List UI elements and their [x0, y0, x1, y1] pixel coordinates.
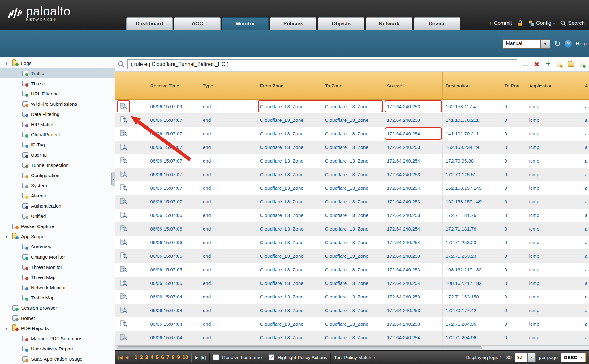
- type-cell[interactable]: end: [200, 209, 257, 222]
- tab-network[interactable]: Network: [366, 17, 412, 30]
- to-port-cell[interactable]: 0: [501, 263, 526, 277]
- type-cell[interactable]: end: [200, 304, 257, 317]
- type-cell[interactable]: end: [200, 127, 257, 141]
- log-detail-cell[interactable]: [115, 168, 132, 181]
- destination-cell[interactable]: 141.101.70.211: [442, 113, 501, 127]
- from-zone-cell[interactable]: Cloudflare_L3_Zone: [257, 277, 322, 290]
- log-detail-icon[interactable]: [120, 103, 127, 109]
- source-cell[interactable]: 172.64.240.253: [384, 195, 442, 209]
- type-cell[interactable]: end: [200, 141, 257, 154]
- application-cell[interactable]: icmp: [526, 154, 582, 168]
- sidebar-item-threat[interactable]: Threat: [0, 78, 115, 89]
- source-cell[interactable]: 172.64.240.253: [384, 168, 442, 181]
- destination-cell[interactable]: 172.70.177.42: [442, 304, 501, 317]
- log-detail-cell[interactable]: [115, 277, 132, 290]
- from-zone-cell[interactable]: Cloudflare_L3_Zone: [257, 181, 322, 195]
- expand-triangle-icon[interactable]: ▼: [5, 235, 12, 239]
- to-zone-cell[interactable]: Cloudflare_L3_Zone: [322, 209, 384, 222]
- from-zone-cell[interactable]: Cloudflare_L3_Zone: [257, 290, 322, 304]
- sidebar-item-hip-match[interactable]: HIP Match: [0, 119, 115, 129]
- destination-cell[interactable]: 141.101.70.211: [442, 127, 501, 141]
- highlight-policy-actions-checkbox[interactable]: ✓: [269, 354, 274, 360]
- receive-time-cell[interactable]: 06/06 15:07:04: [147, 331, 200, 345]
- destination-cell[interactable]: 172.71.181.76: [442, 222, 501, 236]
- to-zone-cell[interactable]: Cloudflare_L3_Zone: [322, 154, 384, 168]
- table-row[interactable]: 06/06 15:07:04 end Cloudflare_L3_Zone Cl…: [115, 331, 589, 345]
- sidebar-item-threat-monitor[interactable]: Threat Monitor: [0, 262, 115, 272]
- source-cell[interactable]: 172.64.240.253: [384, 290, 442, 304]
- log-detail-icon[interactable]: [120, 320, 127, 327]
- refresh-icon[interactable]: ↻: [554, 39, 561, 49]
- from-zone-cell[interactable]: Cloudflare_L3_Zone: [257, 304, 322, 317]
- sidebar-item-threat-map[interactable]: Threat Map: [0, 272, 115, 282]
- source-cell[interactable]: 172.64.240.253: [384, 263, 442, 277]
- action-cell[interactable]: a: [582, 222, 589, 236]
- receive-time-cell[interactable]: 06/06 15:07:07: [147, 195, 200, 209]
- to-zone-cell[interactable]: Cloudflare_L3_Zone: [322, 141, 384, 154]
- to-zone-cell[interactable]: Cloudflare_L3_Zone: [322, 195, 384, 209]
- receive-time-cell[interactable]: 06/06 15:07:05: [147, 277, 200, 290]
- log-detail-cell[interactable]: [115, 154, 132, 168]
- column-header-source[interactable]: Source: [384, 72, 442, 100]
- application-cell[interactable]: icmp: [526, 141, 582, 154]
- receive-time-cell[interactable]: 06/06 15:07:09: [147, 100, 200, 113]
- from-zone-cell[interactable]: Cloudflare_L3_Zone: [257, 317, 322, 331]
- table-row[interactable]: 06/06 15:07:07 end Cloudflare_L3_Zone Cl…: [115, 195, 589, 209]
- sidebar-item-network-monitor[interactable]: Network Monitor: [0, 282, 115, 293]
- destination-cell[interactable]: 172.70.125.51: [442, 168, 501, 181]
- application-cell[interactable]: icmp: [526, 181, 582, 195]
- destination-cell[interactable]: 108.162.217.182: [442, 277, 501, 290]
- source-cell[interactable]: 172.64.240.254: [384, 277, 442, 290]
- column-header-application[interactable]: Application: [526, 72, 582, 100]
- type-cell[interactable]: end: [200, 100, 257, 113]
- application-cell[interactable]: icmp: [526, 277, 582, 290]
- source-cell[interactable]: 172.64.240.254: [384, 331, 442, 345]
- sidebar-item-wildfire-submissions[interactable]: WildFire Submissions: [0, 99, 115, 109]
- log-detail-icon[interactable]: [120, 225, 127, 231]
- receive-time-cell[interactable]: 06/06 15:07:05: [147, 263, 200, 277]
- to-port-cell[interactable]: 0: [501, 249, 526, 263]
- to-zone-cell[interactable]: Cloudflare_L3_Zone: [322, 236, 384, 249]
- sidebar-item-botnet[interactable]: Botnet: [0, 313, 115, 323]
- to-port-cell[interactable]: 0: [501, 331, 526, 345]
- type-cell[interactable]: end: [200, 263, 257, 277]
- save-filter-button[interactable]: [556, 60, 564, 68]
- type-cell[interactable]: end: [200, 331, 257, 345]
- sidebar-item-ip-tag[interactable]: IP-Tag: [0, 140, 115, 150]
- receive-time-cell[interactable]: 06/06 15:07:07: [147, 141, 200, 154]
- source-cell[interactable]: 172.64.240.253: [384, 100, 442, 113]
- source-cell[interactable]: 172.64.240.254: [384, 222, 442, 236]
- destination-cell[interactable]: 162.158.157.149: [442, 181, 501, 195]
- column-header-a[interactable]: A: [582, 72, 589, 100]
- commit-button[interactable]: ↑ Commit: [489, 20, 512, 27]
- action-cell[interactable]: a: [582, 168, 589, 181]
- from-zone-cell[interactable]: Cloudflare_L3_Zone: [257, 249, 322, 263]
- sidebar-item-app-scope[interactable]: ▼App Scope: [0, 231, 115, 242]
- column-header-receive-time[interactable]: Receive Time: [147, 72, 200, 100]
- sidebar-collapse-button[interactable]: ◀: [111, 172, 115, 186]
- action-cell[interactable]: a: [582, 236, 589, 249]
- action-cell[interactable]: a: [582, 290, 589, 304]
- application-cell[interactable]: icmp: [526, 236, 582, 249]
- log-detail-icon[interactable]: [120, 211, 127, 218]
- table-row[interactable]: 06/06 15:07:07 end Cloudflare_L3_Zone Cl…: [115, 141, 589, 154]
- application-cell[interactable]: icmp: [526, 168, 582, 181]
- sidebar-item-manage-pdf-summary[interactable]: Manage PDF Summary: [0, 333, 115, 344]
- to-zone-cell[interactable]: Cloudflare_L3_Zone: [322, 249, 384, 263]
- add-filter-button[interactable]: +: [544, 60, 552, 68]
- expand-triangle-icon[interactable]: ▼: [5, 61, 12, 65]
- application-cell[interactable]: icmp: [526, 113, 582, 127]
- search-link[interactable]: Search: [561, 20, 585, 26]
- log-detail-icon[interactable]: [120, 279, 127, 286]
- receive-time-cell[interactable]: 06/06 15:07:06: [147, 209, 200, 222]
- sidebar-item-traffic-map[interactable]: Traffic Map: [0, 293, 115, 303]
- source-cell[interactable]: 172.64.240.253: [384, 249, 442, 263]
- log-detail-cell[interactable]: [115, 317, 132, 331]
- action-cell[interactable]: a: [582, 113, 589, 127]
- log-detail-icon[interactable]: [120, 252, 127, 259]
- to-zone-cell[interactable]: Cloudflare_L3_Zone: [322, 222, 384, 236]
- destination-cell[interactable]: 172.70.95.88: [442, 154, 501, 168]
- column-header-from-zone[interactable]: From Zone: [257, 72, 322, 100]
- table-row[interactable]: 06/06 15:07:06 end Cloudflare_L3_Zone Cl…: [115, 209, 589, 222]
- application-cell[interactable]: icmp: [526, 331, 582, 345]
